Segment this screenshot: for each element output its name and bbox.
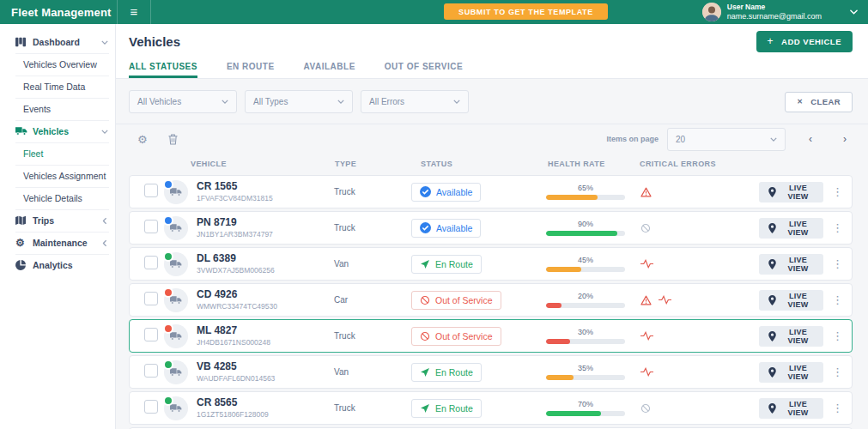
table-row[interactable]: CD 4926WMWRC33474TC49530CarOut of Servic… <box>129 283 853 317</box>
column-header-type: TYPE <box>335 160 412 168</box>
critical-errors <box>639 223 759 233</box>
items-per-page-select[interactable]: 20 <box>667 128 786 151</box>
row-menu-kebab-icon[interactable]: ⋮ <box>823 329 852 342</box>
row-menu-kebab-icon[interactable]: ⋮ <box>823 257 852 270</box>
row-checkbox[interactable] <box>144 256 158 269</box>
status-dot <box>163 360 173 370</box>
health-rate-value: 45% <box>546 256 625 264</box>
sidebar-item-fleet[interactable]: Fleet <box>0 142 115 165</box>
sidebar-item-dashboard[interactable]: Dashboard <box>0 31 115 53</box>
vehicle-avatar <box>164 180 188 204</box>
vehicle-name: DL 6389 <box>197 252 334 266</box>
sidebar-item-vehicles[interactable]: Vehicles <box>0 120 115 142</box>
add-vehicle-button[interactable]: + ADD VEHICLE <box>756 31 853 52</box>
clear-filters-button[interactable]: ✕ CLEAR <box>785 92 853 112</box>
table-row[interactable]: VB 4285WAUDFAFL6DN014563VanEn Route35%LI… <box>129 355 853 389</box>
live-view-button[interactable]: LIVE VIEW <box>759 362 823 383</box>
live-view-button[interactable]: LIVE VIEW <box>759 254 823 275</box>
live-view-button[interactable]: LIVE VIEW <box>759 182 823 202</box>
status-dot <box>163 215 173 226</box>
live-view-button[interactable]: LIVE VIEW <box>759 326 823 347</box>
critical-errors <box>639 403 759 414</box>
sidebar-item-vehicles-overview[interactable]: Vehicles Overview <box>0 53 115 76</box>
check-circle-icon <box>420 222 431 233</box>
sidebar-item-label: Vehicles Assignment <box>23 171 106 181</box>
settings-gear-icon[interactable]: ⚙ <box>137 134 148 145</box>
vehicle-name: ML 4827 <box>197 324 334 338</box>
location-pin-icon <box>768 367 776 378</box>
row-checkbox[interactable] <box>144 400 158 414</box>
vehicle-vin: WAUDFAFL6DN014563 <box>197 374 334 384</box>
table-row[interactable]: CR 85651G1ZT51806F128009TruckEn Route70%… <box>129 391 853 425</box>
items-per-page-value: 20 <box>676 135 685 144</box>
live-view-button[interactable]: LIVE VIEW <box>759 218 823 239</box>
sidebar-item-vehicles-assignment[interactable]: Vehicles Assignment <box>0 165 115 187</box>
vehicle-vin: JH4DB1671NS000248 <box>197 338 334 347</box>
row-menu-kebab-icon[interactable]: ⋮ <box>823 293 852 306</box>
plus-icon: + <box>768 35 774 47</box>
chevron-down-icon <box>337 100 344 104</box>
errors-filter-value: All Errors <box>369 97 404 106</box>
table-row[interactable]: CR 15651FVAF3CV84DM31815TruckAvailable65… <box>129 175 853 208</box>
chevron-down-icon <box>222 100 228 104</box>
health-rate-value: 90% <box>546 220 625 228</box>
tab-all-statuses[interactable]: ALL STATUSES <box>129 57 197 78</box>
next-page-button[interactable]: › <box>837 133 853 145</box>
errors-filter-select[interactable]: All Errors <box>361 90 469 113</box>
types-filter-select[interactable]: All Types <box>245 90 353 113</box>
status-label: En Route <box>435 403 473 414</box>
status-dot <box>163 179 173 190</box>
tab-en-route[interactable]: EN ROUTE <box>227 57 275 78</box>
column-header-health-rate: HEALTH RATE <box>545 160 640 168</box>
table-row[interactable]: PN 8719JN1BY1AR3BM374797TruckAvailable90… <box>129 211 853 245</box>
sidebar-item-vehicle-details[interactable]: Vehicle Details <box>0 187 115 209</box>
table-row[interactable]: DL 63893VWDX7AJ5BM006256VanEn Route45%LI… <box>129 247 853 281</box>
vehicle-type: Truck <box>334 223 411 233</box>
live-view-button[interactable]: LIVE VIEW <box>759 290 823 311</box>
chevron-down-icon <box>770 137 777 142</box>
health-rate: 70% <box>544 400 639 416</box>
health-rate-bar <box>546 267 625 272</box>
row-menu-kebab-icon[interactable]: ⋮ <box>823 221 852 234</box>
status-badge: En Route <box>411 255 482 274</box>
vehicles-filter-select[interactable]: All Vehicles <box>129 90 237 113</box>
vehicle-avatar <box>164 324 188 348</box>
navigation-icon <box>420 259 430 269</box>
live-view-button[interactable]: LIVE VIEW <box>759 398 823 419</box>
sidebar-item-events[interactable]: Events <box>0 98 115 120</box>
row-checkbox[interactable] <box>144 220 158 233</box>
submit-template-button[interactable]: SUBMIT TO GET THE TEMPLATE <box>444 3 608 20</box>
health-rate-bar <box>546 231 625 236</box>
user-menu[interactable]: User Name name.surname@gmail.com <box>702 3 858 21</box>
row-checkbox[interactable] <box>144 292 158 305</box>
table-row[interactable]: ML 4827JH4DB1671NS000248TruckOut of Serv… <box>129 319 853 353</box>
tab-available[interactable]: AVAILABLE <box>304 57 355 78</box>
top-bar-right: SUBMIT TO GET THE TEMPLATE User Name nam… <box>444 3 868 21</box>
sidebar-item-label: Real Time Data <box>23 82 85 92</box>
tab-out-of-service[interactable]: OUT OF SERVICE <box>385 57 463 78</box>
sidebar-item-real-time-data[interactable]: Real Time Data <box>0 76 115 98</box>
row-checkbox[interactable] <box>144 364 158 378</box>
sidebar-item-trips[interactable]: Trips <box>0 209 115 232</box>
status-badge: En Route <box>411 363 482 382</box>
trash-icon[interactable] <box>168 134 178 145</box>
health-rate: 45% <box>544 256 639 272</box>
vehicles-filter-value: All Vehicles <box>137 97 181 106</box>
row-menu-kebab-icon[interactable]: ⋮ <box>823 185 852 198</box>
status-dot <box>163 251 173 262</box>
column-header-critical-errors: CRITICAL ERRORS <box>640 160 760 168</box>
hamburger-menu-icon[interactable]: ≡ <box>117 0 151 24</box>
pulse-icon <box>640 367 653 377</box>
sidebar-item-maintenance[interactable]: ⚙Maintenance <box>0 232 115 254</box>
row-checkbox[interactable] <box>144 184 158 197</box>
vehicle-vin: WMWRC33474TC49530 <box>197 302 334 311</box>
row-checkbox[interactable] <box>144 328 158 341</box>
warning-icon <box>640 187 652 197</box>
sidebar-item-analytics[interactable]: Analytics <box>0 254 115 276</box>
sidebar-item-label: Vehicles <box>33 126 69 136</box>
row-menu-kebab-icon[interactable]: ⋮ <box>823 402 852 414</box>
previous-page-button[interactable]: ‹ <box>803 133 818 145</box>
chevron-down-icon <box>101 40 108 45</box>
row-menu-kebab-icon[interactable]: ⋮ <box>823 366 852 378</box>
critical-errors <box>639 187 759 197</box>
